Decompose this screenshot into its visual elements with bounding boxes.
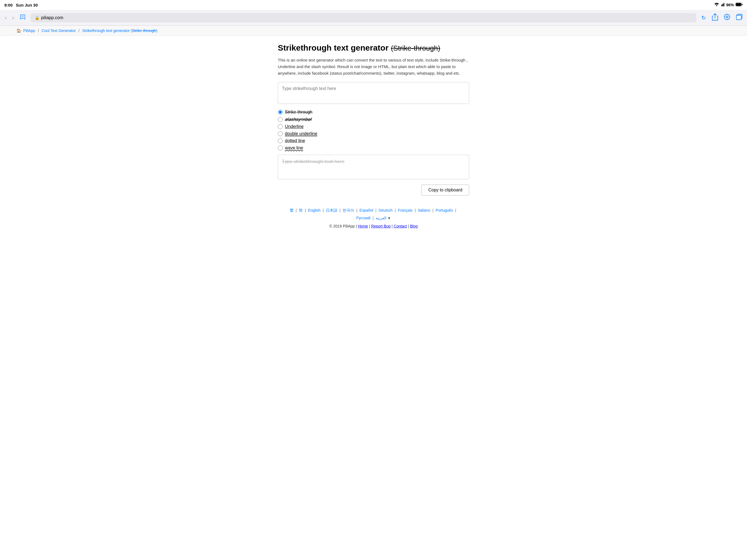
svg-marker-0: [723, 3, 724, 6]
tabs-button[interactable]: [735, 13, 744, 23]
radio-slash-label: s̷l̷a̷s̷h̷s̷y̷m̷b̷o̷l̷: [285, 117, 311, 122]
footer: 繁 | 简 | English | 日本語 | 한국어 | Español | …: [278, 196, 469, 234]
lang-fr[interactable]: Français: [398, 208, 413, 212]
lock-icon: 🔒: [35, 16, 40, 20]
browser-actions: [711, 12, 744, 23]
radio-dotted-input[interactable]: [278, 138, 283, 143]
radio-dotted[interactable]: dotted line: [278, 138, 469, 143]
radio-underline[interactable]: Underline: [278, 124, 469, 129]
breadcrumb-parent[interactable]: Cool Text Generator: [42, 28, 76, 33]
back-button[interactable]: ‹: [3, 14, 8, 22]
lang-ja[interactable]: 日本語: [326, 208, 337, 212]
browser-chrome: ‹ › 🔒 piliapp.com ↻: [0, 10, 747, 26]
address-bar[interactable]: 🔒 piliapp.com: [30, 13, 696, 22]
lang-ko[interactable]: 한국어: [343, 208, 354, 212]
radio-double-underline-label: double underline: [285, 131, 317, 136]
lang-zh-tw[interactable]: 繁: [290, 208, 294, 212]
footer-languages: 繁 | 简 | English | 日本語 | 한국어 | Español | …: [283, 206, 464, 222]
radio-double-underline-input[interactable]: [278, 131, 283, 136]
radio-strike-input[interactable]: [278, 110, 283, 114]
status-day: Sun Jun 30: [16, 3, 38, 7]
radio-underline-label: Underline: [285, 124, 304, 129]
lang-sep: |: [295, 208, 298, 212]
url-text: piliapp.com: [41, 15, 63, 20]
status-right: 96%: [714, 3, 743, 7]
battery-icon: [736, 3, 743, 7]
footer-blog-link[interactable]: Blog: [410, 224, 417, 228]
page-title-text: Strikethrough text generator: [278, 43, 389, 52]
page-title-strike-demo: (Strike-through): [391, 44, 440, 52]
signal-icon: [721, 3, 725, 7]
output-text[interactable]: T̶y̶p̶e̶ ̶s̶t̶r̶i̶k̶e̶t̶h̶r̶o̶u̶g̶h̶ ̶t̶…: [278, 155, 469, 179]
svg-marker-1: [722, 4, 723, 6]
breadcrumb-current[interactable]: Strikethrough text generator (Strike-thr…: [82, 28, 157, 33]
radio-strike-label: Strike-through: [285, 110, 312, 114]
radio-options: Strike-through s̷l̷a̷s̷h̷s̷y̷m̷b̷o̷l̷ Un…: [278, 110, 469, 150]
lang-ar[interactable]: العربية: [376, 216, 386, 220]
footer-report-bug-link[interactable]: Report Bug: [371, 224, 391, 228]
radio-wavy-label: wave line: [285, 146, 303, 150]
lang-it[interactable]: Italiano: [418, 208, 430, 212]
radio-wavy[interactable]: wave line: [278, 146, 469, 150]
lang-dropdown-arrow: ▼: [387, 216, 391, 220]
footer-home-link[interactable]: Home: [358, 224, 368, 228]
breadcrumb-home[interactable]: PiliApp: [23, 28, 35, 33]
main-content: Strikethrough text generator (Strike-thr…: [261, 36, 486, 250]
text-input[interactable]: [278, 82, 469, 104]
status-bar: 9:00 Sun Jun 30 96%: [0, 0, 747, 10]
new-tab-button[interactable]: [723, 13, 731, 23]
status-time: 9:00: [4, 3, 12, 7]
page-title: Strikethrough text generator (Strike-thr…: [278, 42, 469, 53]
svg-rect-4: [736, 3, 741, 6]
radio-slash[interactable]: s̷l̷a̷s̷h̷s̷y̷m̷b̷o̷l̷: [278, 117, 469, 122]
lang-de[interactable]: Deutsch: [379, 208, 393, 212]
svg-rect-5: [742, 4, 743, 5]
svg-marker-2: [721, 5, 722, 6]
footer-copyright: © 2019 PiliApp | Home | Report Bug | Con…: [283, 224, 464, 228]
home-icon: 🏠: [17, 28, 21, 33]
radio-strike[interactable]: Strike-through: [278, 110, 469, 114]
radio-dotted-label: dotted line: [285, 138, 305, 143]
status-left: 9:00 Sun Jun 30: [4, 3, 38, 7]
forward-button[interactable]: ›: [11, 14, 16, 22]
share-button[interactable]: [711, 12, 719, 23]
radio-underline-input[interactable]: [278, 124, 283, 129]
breadcrumb-separator-1: /: [38, 28, 40, 33]
breadcrumb-separator-2: /: [78, 28, 81, 33]
copy-to-clipboard-button[interactable]: Copy to clipboard: [421, 184, 469, 196]
radio-double-underline[interactable]: double underline: [278, 131, 469, 136]
breadcrumb: 🏠 PiliApp / Cool Text Generator / Strike…: [0, 26, 747, 36]
nav-buttons: ‹ ›: [3, 13, 28, 22]
page-description: This is an online text generator which c…: [278, 57, 469, 77]
bookmarks-button[interactable]: [18, 13, 28, 22]
lang-zh-cn[interactable]: 简: [299, 208, 303, 212]
svg-rect-11: [736, 15, 741, 20]
lang-es[interactable]: Español: [360, 208, 374, 212]
lang-en[interactable]: English: [308, 208, 320, 212]
battery-percentage: 96%: [726, 3, 734, 7]
reload-button[interactable]: ↻: [699, 14, 708, 22]
wifi-icon: [714, 3, 719, 7]
lang-ru[interactable]: Русский: [356, 216, 370, 220]
radio-wavy-input[interactable]: [278, 146, 283, 150]
radio-slash-input[interactable]: [278, 117, 283, 122]
lang-pt[interactable]: Português: [436, 208, 453, 212]
footer-contact-link[interactable]: Contact: [394, 224, 407, 228]
